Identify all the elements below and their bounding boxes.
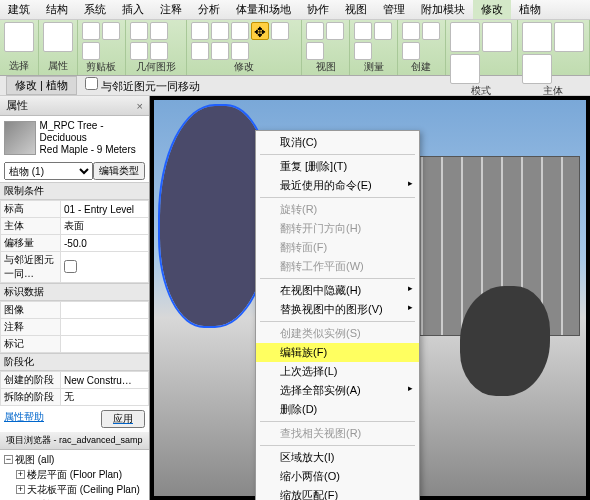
ribbon-group-选择: 选择 (0, 20, 39, 75)
edit-type-button[interactable]: 编辑类型 (93, 162, 145, 180)
ribbon-group-剪贴板: 剪贴板 (78, 20, 126, 75)
ribbon-tool-icon[interactable] (231, 22, 249, 40)
menu-系统[interactable]: 系统 (76, 0, 114, 19)
ribbon-tool-icon[interactable] (522, 22, 552, 52)
selected-tree[interactable] (160, 106, 270, 326)
tree-root[interactable]: 视图 (all) (15, 452, 54, 467)
context-item: 翻转面(F) (256, 238, 419, 257)
ribbon-tool-icon[interactable] (450, 54, 480, 84)
context-item[interactable]: 取消(C) (256, 133, 419, 152)
moves-with-nearby-checkbox[interactable]: 与邻近图元一同移动 (85, 77, 200, 94)
ribbon-tool-icon[interactable] (402, 22, 420, 40)
prop-phase-demolished[interactable]: 无 (61, 389, 149, 406)
tree-element[interactable] (460, 286, 550, 396)
ribbon-tool-icon[interactable] (43, 22, 73, 52)
menu-修改[interactable]: 修改 (473, 0, 511, 19)
expand-icon[interactable]: + (16, 485, 25, 494)
context-item: 查找相关视图(R) (256, 424, 419, 443)
ribbon-tool-icon[interactable] (191, 22, 209, 40)
menu-视图[interactable]: 视图 (337, 0, 375, 19)
context-item: 创建类似实例(S) (256, 324, 419, 343)
prop-mark[interactable] (61, 336, 149, 353)
project-browser-title: 项目浏览器 - rac_advanced_sample_… (6, 434, 143, 447)
context-menu: 取消(C)重复 [删除](T)最近使用的命令(E)旋转(R)翻转开门方向(H)翻… (255, 130, 420, 500)
context-item[interactable]: 编辑族(F) (256, 343, 419, 362)
ribbon-group-属性: 属性 (39, 20, 78, 75)
ribbon-tool-icon[interactable] (402, 42, 420, 60)
prop-level[interactable]: 01 - Entry Level (61, 201, 149, 218)
type-thumbnail[interactable] (4, 121, 36, 155)
ribbon-tool-icon[interactable] (211, 42, 229, 60)
ribbon-tool-icon[interactable] (326, 22, 344, 40)
menu-植物[interactable]: 植物 (511, 0, 549, 19)
menu-附加模块[interactable]: 附加模块 (413, 0, 473, 19)
context-item[interactable]: 最近使用的命令(E) (256, 176, 419, 195)
context-item[interactable]: 删除(D) (256, 400, 419, 419)
ribbon-group-视图: 视图 (302, 20, 350, 75)
ribbon-tool-icon[interactable] (4, 22, 34, 52)
ribbon-tool-icon[interactable] (450, 22, 480, 52)
ribbon-tool-icon[interactable] (354, 22, 372, 40)
ribbon-tool-icon[interactable] (522, 54, 552, 84)
close-icon[interactable]: × (137, 100, 143, 112)
context-item[interactable]: 选择全部实例(A) (256, 381, 419, 400)
context-item[interactable]: 重复 [删除](T) (256, 157, 419, 176)
ribbon-tool-icon[interactable] (306, 42, 324, 60)
ribbon-tool-icon[interactable] (306, 22, 324, 40)
context-item: 翻转工作平面(W) (256, 257, 419, 276)
ribbon-tool-icon[interactable] (130, 22, 148, 40)
context-item[interactable]: 缩小两倍(O) (256, 467, 419, 486)
ribbon-tool-icon[interactable] (482, 22, 512, 52)
expand-icon[interactable]: − (4, 455, 13, 464)
context-item[interactable]: 在视图中隐藏(H) (256, 281, 419, 300)
prop-phase-created[interactable]: New Constru… (61, 372, 149, 389)
prop-comments[interactable] (61, 319, 149, 336)
ribbon-group-模式: 模式 (446, 20, 518, 75)
ribbon-tool-icon[interactable] (422, 22, 440, 40)
prop-moves[interactable] (61, 252, 149, 283)
ribbon-tool-icon[interactable] (191, 42, 209, 60)
ribbon-tool-icon[interactable] (251, 22, 269, 40)
menu-插入[interactable]: 插入 (114, 0, 152, 19)
menu-协作[interactable]: 协作 (299, 0, 337, 19)
options-context-tab: 修改 | 植物 (6, 76, 77, 95)
ribbon-tool-icon[interactable] (231, 42, 249, 60)
ribbon-tool-icon[interactable] (150, 22, 168, 40)
ribbon-tool-icon[interactable] (82, 42, 100, 60)
ribbon-tool-icon[interactable] (150, 42, 168, 60)
tree-item[interactable]: 楼层平面 (Floor Plan) (27, 467, 122, 482)
prop-image[interactable] (61, 302, 149, 319)
context-item[interactable]: 上次选择(L) (256, 362, 419, 381)
context-item[interactable]: 区域放大(I) (256, 448, 419, 467)
ribbon-tool-icon[interactable] (271, 22, 289, 40)
ribbon-tool-icon[interactable] (102, 22, 120, 40)
properties-help-link[interactable]: 属性帮助 (4, 410, 44, 428)
menu-注释[interactable]: 注释 (152, 0, 190, 19)
ribbon-tool-icon[interactable] (374, 22, 392, 40)
menu-建筑[interactable]: 建筑 (0, 0, 38, 19)
menu-分析[interactable]: 分析 (190, 0, 228, 19)
prop-host[interactable]: 表面 (61, 218, 149, 235)
context-item[interactable]: 缩放匹配(F) (256, 486, 419, 500)
properties-panel-title: 属性 (6, 98, 28, 113)
ribbon-tool-icon[interactable] (82, 22, 100, 40)
apply-button[interactable]: 应用 (101, 410, 145, 428)
type-name: M_RPC Tree - Deciduous Red Maple - 9 Met… (40, 120, 145, 156)
category-filter-select[interactable]: 植物 (1) (4, 162, 93, 180)
context-item[interactable]: 替换视图中的图形(V) (256, 300, 419, 319)
prop-offset[interactable]: -50.0 (61, 235, 149, 252)
menu-结构[interactable]: 结构 (38, 0, 76, 19)
ribbon-tool-icon[interactable] (354, 42, 372, 60)
section-id: 标识数据 (0, 283, 149, 301)
ribbon-group-修改: 修改 (187, 20, 302, 75)
menu-管理[interactable]: 管理 (375, 0, 413, 19)
menu-体量和场地[interactable]: 体量和场地 (228, 0, 299, 19)
section-constraints: 限制条件 (0, 182, 149, 200)
context-item: 旋转(R) (256, 200, 419, 219)
ribbon-tool-icon[interactable] (211, 22, 229, 40)
ribbon-tool-icon[interactable] (130, 42, 148, 60)
expand-icon[interactable]: + (16, 470, 25, 479)
ribbon-tool-icon[interactable] (554, 22, 584, 52)
section-phasing: 阶段化 (0, 353, 149, 371)
tree-item[interactable]: 天花板平面 (Ceiling Plan) (27, 482, 140, 497)
